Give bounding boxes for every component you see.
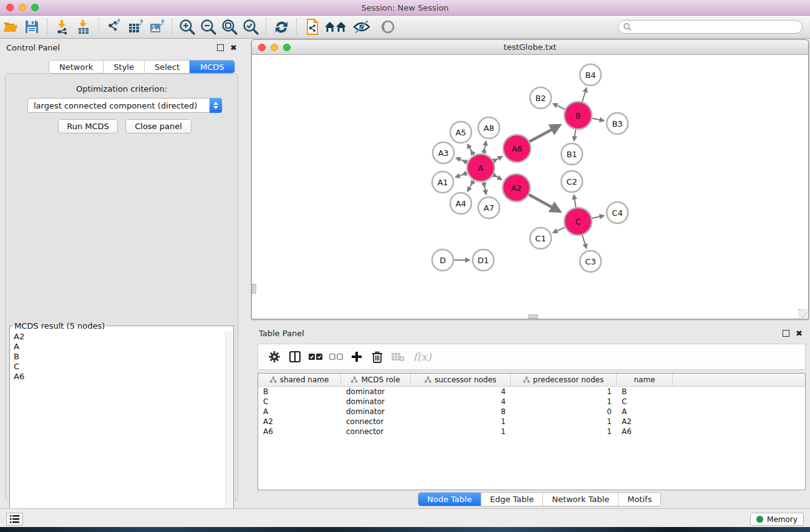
edge-A6-B[interactable] xyxy=(529,125,560,142)
close-panel-icon[interactable]: ✖ xyxy=(230,44,237,51)
resize-grip-icon[interactable] xyxy=(798,309,808,318)
tab-motifs[interactable]: Motifs xyxy=(618,493,660,506)
node-C[interactable]: C xyxy=(564,208,592,235)
table-row[interactable]: Bdominator41B xyxy=(258,387,805,397)
table-settings-button[interactable] xyxy=(267,349,282,364)
table-row[interactable]: A6connector11A6 xyxy=(258,427,805,437)
add-column-button[interactable] xyxy=(349,349,364,364)
edge-A-A1[interactable] xyxy=(456,173,468,177)
edge-A-A2[interactable] xyxy=(493,175,501,180)
node-B4[interactable]: B4 xyxy=(580,64,601,85)
network-maximize-button[interactable] xyxy=(283,44,291,51)
node-A7[interactable]: A7 xyxy=(478,197,499,218)
delete-table-button[interactable] xyxy=(390,349,405,364)
node-A6[interactable]: A6 xyxy=(503,135,531,162)
network-canvas[interactable]: AA1A3A5A8A4A7A6A2BB1B2B3B4CC1C2C3C4DD1 xyxy=(252,55,808,319)
save-session-button[interactable] xyxy=(21,17,42,37)
result-item[interactable]: A xyxy=(11,342,224,352)
tab-edge-table[interactable]: Edge Table xyxy=(481,493,542,506)
node-A5[interactable]: A5 xyxy=(450,122,471,143)
node-C2[interactable]: C2 xyxy=(561,171,582,192)
close-panel-button[interactable]: Close panel xyxy=(125,119,191,133)
column-header-successor-nodes[interactable]: successor nodes xyxy=(411,374,511,386)
network-close-button[interactable] xyxy=(258,44,266,51)
network-graph[interactable]: AA1A3A5A8A4A7A6A2BB1B2B3B4CC1C2C3C4DD1 xyxy=(252,55,808,319)
edge-C-C3[interactable] xyxy=(582,235,587,248)
node-C4[interactable]: C4 xyxy=(607,202,628,223)
network-hscroll-thumb[interactable] xyxy=(528,314,538,319)
node-B3[interactable]: B3 xyxy=(607,113,628,134)
edge-B-B2[interactable] xyxy=(553,104,565,109)
network-minimize-button[interactable] xyxy=(271,44,278,51)
node-A4[interactable]: A4 xyxy=(450,193,471,214)
zoom-in-button[interactable] xyxy=(176,17,198,37)
import-network-button[interactable] xyxy=(52,17,73,37)
tab-select[interactable]: Select xyxy=(144,60,190,73)
result-item[interactable]: B xyxy=(11,352,224,362)
node-A3[interactable]: A3 xyxy=(433,142,454,163)
edge-B-B4[interactable] xyxy=(582,88,587,102)
tab-network[interactable]: Network xyxy=(49,60,103,73)
column-header-MCDS-role[interactable]: MCDS role xyxy=(341,374,411,386)
node-D[interactable]: D xyxy=(432,249,453,271)
float-panel-icon[interactable] xyxy=(217,44,224,51)
function-builder-button[interactable]: f(x) xyxy=(411,349,433,364)
export-image-button[interactable] xyxy=(146,17,167,37)
zoom-selected-button[interactable] xyxy=(240,17,261,37)
edge-A-A3[interactable] xyxy=(456,158,467,162)
tab-network-table[interactable]: Network Table xyxy=(542,493,618,506)
delete-column-button[interactable] xyxy=(370,349,385,364)
edge-A-A8[interactable] xyxy=(484,142,486,154)
edge-C-C4[interactable] xyxy=(592,216,604,218)
node-table[interactable]: shared nameMCDS rolesuccessor nodesprede… xyxy=(258,373,806,490)
run-mcds-button[interactable]: Run MCDS xyxy=(58,119,118,133)
edge-B-B1[interactable] xyxy=(574,130,576,141)
tab-mcds[interactable]: MCDS xyxy=(190,60,234,73)
table-row[interactable]: A2connector11A2 xyxy=(258,417,805,427)
network-vscroll-thumb[interactable] xyxy=(252,284,256,294)
show-all-button[interactable] xyxy=(322,17,349,37)
table-row[interactable]: Adominator80A xyxy=(258,407,805,417)
task-history-button[interactable] xyxy=(6,513,23,526)
close-window-button[interactable] xyxy=(6,4,14,11)
clone-network-button[interactable] xyxy=(301,17,322,37)
tab-node-table[interactable]: Node Table xyxy=(418,493,481,506)
edge-A-A7[interactable] xyxy=(484,182,486,195)
node-A1[interactable]: A1 xyxy=(432,172,453,193)
optimization-criterion-dropdown[interactable]: largest connected component (directed) xyxy=(27,98,222,113)
refresh-button[interactable] xyxy=(271,17,292,37)
zoom-fit-button[interactable] xyxy=(219,17,240,37)
hide-selected-button[interactable] xyxy=(349,17,375,37)
result-item[interactable]: C xyxy=(11,362,224,372)
edge-A-A4[interactable] xyxy=(468,180,474,191)
node-C1[interactable]: C1 xyxy=(530,228,551,249)
import-table-button[interactable] xyxy=(73,17,94,37)
edge-A-A6[interactable] xyxy=(493,157,502,161)
show-columns-button[interactable] xyxy=(287,349,302,364)
table-close-icon[interactable]: ✖ xyxy=(796,330,803,337)
edge-B-B3[interactable] xyxy=(592,118,604,121)
edge-C-C2[interactable] xyxy=(574,195,576,208)
node-A[interactable]: A xyxy=(467,154,494,181)
table-float-icon[interactable] xyxy=(783,330,789,337)
node-A8[interactable]: A8 xyxy=(478,117,499,138)
export-table-button[interactable] xyxy=(125,17,146,37)
node-B1[interactable]: B1 xyxy=(561,143,582,165)
node-C3[interactable]: C3 xyxy=(580,251,601,272)
edge-A2-C[interactable] xyxy=(529,195,560,211)
memory-button[interactable]: Memory xyxy=(750,513,804,526)
result-item[interactable]: A2 xyxy=(11,332,224,342)
node-A2[interactable]: A2 xyxy=(503,174,530,201)
column-header-shared-name[interactable]: shared name xyxy=(258,374,341,386)
column-header-predecessor-nodes[interactable]: predecessor nodes xyxy=(511,374,617,386)
open-session-button[interactable] xyxy=(0,17,21,37)
column-header-name[interactable]: name xyxy=(617,374,673,386)
maximize-window-button[interactable] xyxy=(31,4,39,11)
node-B2[interactable]: B2 xyxy=(530,87,551,109)
search-input[interactable] xyxy=(635,22,802,31)
network-window-titlebar[interactable]: testGlobe.txt xyxy=(252,40,808,55)
edge-A-A5[interactable] xyxy=(468,144,474,155)
node-B[interactable]: B xyxy=(564,102,592,129)
minimize-window-button[interactable] xyxy=(19,4,26,11)
result-scrollbar[interactable] xyxy=(225,331,233,531)
